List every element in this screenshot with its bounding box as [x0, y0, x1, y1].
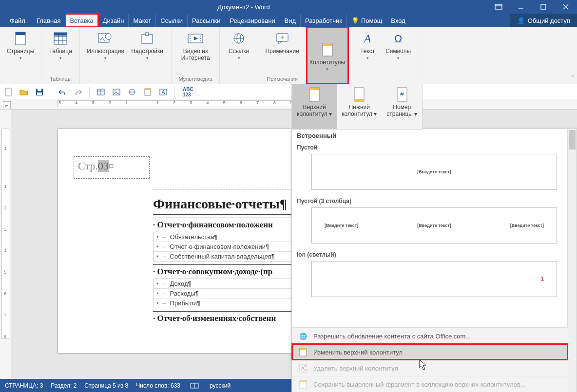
svg-rect-48	[145, 89, 151, 90]
doc-heading-2b: · Отчет·о·совокупном·доходе·(пр	[153, 264, 301, 277]
svg-text:A: A	[162, 90, 165, 95]
svg-rect-13	[54, 33, 67, 36]
tab-home[interactable]: Главная	[32, 14, 65, 27]
comment-button[interactable]: + Примечание	[262, 29, 302, 56]
tab-developer[interactable]: Разработчик	[301, 14, 347, 27]
text-button[interactable]: A Текст▾	[352, 29, 383, 61]
footer-dropdown[interactable]: Нижнийколонтитул ▾	[337, 84, 382, 129]
tab-file[interactable]: Файл	[5, 14, 32, 27]
share-button[interactable]: 👤Общий доступ	[510, 14, 577, 27]
tab-mailings[interactable]: Рассылки	[188, 14, 225, 27]
status-language[interactable]: русский	[210, 382, 231, 389]
tab-review[interactable]: Рецензировани	[225, 14, 280, 27]
tab-references[interactable]: Ссылки	[156, 14, 188, 27]
collapse-ribbon-icon[interactable]: ˄	[571, 75, 574, 82]
header-dropdown[interactable]: Верхнийколонтитул ▾	[292, 84, 337, 129]
svg-rect-58	[300, 348, 307, 350]
vertical-ruler[interactable]: 112345678	[0, 109, 11, 379]
gallery-edit-header[interactable]: Изменить верхний колонтитул	[292, 344, 568, 360]
save-icon[interactable]	[34, 87, 45, 97]
symbols-button[interactable]: Ω Символы▾	[383, 29, 414, 61]
svg-rect-63	[300, 380, 307, 382]
ribbon-tabs: Файл Главная Вставка Дизайн Макет Ссылки…	[0, 14, 577, 27]
link-icon	[231, 30, 247, 47]
link-qat-icon[interactable]	[127, 87, 137, 97]
svg-rect-54	[354, 99, 364, 101]
header-footer-button[interactable]: Колонтитулы▾	[307, 27, 348, 86]
textbox-qat-icon[interactable]: A	[158, 87, 169, 97]
tab-layout[interactable]: Макет	[129, 14, 156, 27]
illustrations-button[interactable]: Иллюстрации▾	[84, 29, 127, 61]
gallery-preview-empty[interactable]: [Введите текст]	[311, 154, 557, 190]
svg-rect-3	[541, 4, 546, 9]
doc-heading-2a: · Отчет·о·финансовом·положени	[153, 218, 301, 230]
new-doc-icon[interactable]	[3, 87, 14, 97]
tab-selector-icon[interactable]: ⌐	[3, 101, 11, 109]
online-video-button[interactable]: Видео изИнтернета	[175, 29, 215, 62]
globe-icon: 🌐	[299, 332, 308, 340]
gallery-save-selection[interactable]: Сохранить выделенный фрагмент в коллекци…	[292, 376, 568, 392]
window-title: Документ2 - Word	[0, 3, 487, 11]
gallery-office-update[interactable]: 🌐 Разрешить обновление контента с сайта …	[292, 328, 568, 344]
page-icon	[12, 30, 29, 47]
svg-rect-0	[495, 4, 502, 9]
header-gallery: Встроенный Пустой [Введите текст] Пустой…	[291, 129, 577, 392]
table-qat-icon[interactable]	[96, 87, 106, 97]
svg-point-23	[200, 38, 201, 39]
addins-button[interactable]: Надстройки▾	[127, 29, 167, 61]
svg-text:A: A	[363, 32, 371, 45]
ribbon-insert: Страницы▾ Таблица▾ Таблицы Иллюстрации▾	[0, 27, 577, 84]
comments-group-label: Примечания	[267, 75, 298, 84]
svg-point-24	[200, 40, 201, 41]
maximize-icon[interactable]	[532, 0, 555, 14]
svg-text:#: #	[400, 90, 404, 98]
svg-rect-52	[309, 88, 319, 90]
page-number-dropdown[interactable]: # Номерстраницы ▾	[382, 84, 422, 129]
spelling-icon[interactable]: ABC123	[181, 86, 195, 98]
redo-icon[interactable]	[73, 87, 83, 97]
header-edit-box[interactable]: Стр.03¤	[74, 156, 150, 179]
svg-rect-17	[146, 33, 149, 36]
svg-text:+: +	[280, 33, 284, 41]
header-footer-icon	[319, 41, 336, 58]
gallery-preview-empty3[interactable]: [Введите текст][Введите текст][Введите т…	[311, 207, 557, 243]
gallery-scrollbar[interactable]	[567, 129, 577, 392]
tab-help[interactable]: 💡Помощ	[347, 14, 386, 27]
svg-rect-7	[16, 32, 25, 35]
svg-point-44	[115, 91, 116, 92]
undo-icon[interactable]	[57, 87, 68, 97]
gallery-preview-ion[interactable]: 1	[311, 261, 557, 297]
picture-qat-icon[interactable]	[111, 87, 122, 97]
media-group-label: Мультимедиа	[179, 75, 212, 84]
status-wordcount[interactable]: Число слов: 633	[136, 382, 180, 389]
gallery-delete-header[interactable]: Удалить верхний колонтитул	[292, 360, 568, 376]
horizontal-ruler[interactable]: ⌐ 54321123456789	[0, 99, 577, 110]
video-icon	[187, 30, 204, 47]
status-page-of[interactable]: Страница 5 из 8	[84, 382, 128, 389]
status-section[interactable]: Раздел: 2	[51, 382, 77, 389]
header-qat-icon[interactable]	[142, 87, 153, 97]
links-button[interactable]: Ссылки▾	[224, 29, 254, 61]
svg-text:Ω: Ω	[394, 33, 402, 45]
tab-view[interactable]: Вид	[280, 14, 301, 27]
proofing-icon[interactable]	[190, 382, 199, 389]
footer-icon	[351, 86, 367, 103]
signin-link[interactable]: Вход	[386, 14, 409, 27]
svg-rect-39	[37, 93, 42, 95]
close-icon[interactable]	[555, 0, 577, 14]
svg-marker-30	[279, 41, 282, 44]
open-icon[interactable]	[19, 87, 29, 97]
tab-design[interactable]: Дизайн	[98, 14, 129, 27]
pages-button[interactable]: Страницы▾	[4, 29, 37, 61]
minimize-icon[interactable]	[510, 0, 532, 14]
svg-rect-36	[5, 88, 11, 96]
quick-access-toolbar: A ABC123	[0, 84, 577, 100]
svg-rect-16	[142, 35, 153, 43]
status-page[interactable]: СТРАНИЦА: 3	[5, 382, 43, 389]
edit-header-icon	[299, 348, 308, 356]
svg-point-20	[190, 38, 191, 39]
table-button[interactable]: Таблица▾	[45, 29, 76, 61]
ribbon-display-icon[interactable]	[487, 0, 510, 14]
tab-insert[interactable]: Вставка	[65, 14, 98, 27]
doc-heading-1: Финансовые·отчеты¶	[153, 196, 301, 215]
